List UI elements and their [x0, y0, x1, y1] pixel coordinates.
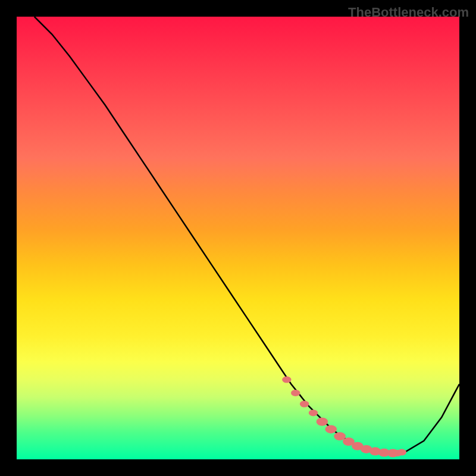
marker-dot	[300, 401, 309, 408]
marker-dot	[334, 432, 346, 440]
chart-svg	[17, 17, 459, 459]
chart-container: TheBottleneck.com	[0, 0, 476, 476]
marker-dot	[397, 449, 406, 456]
marker-dot	[282, 377, 291, 383]
data-markers	[282, 377, 406, 458]
marker-dot	[291, 390, 300, 396]
watermark-text: TheBottleneck.com	[348, 5, 469, 20]
marker-dot	[325, 425, 337, 433]
marker-dot	[317, 418, 328, 426]
curve-line	[35, 17, 459, 453]
marker-dot	[309, 409, 318, 416]
